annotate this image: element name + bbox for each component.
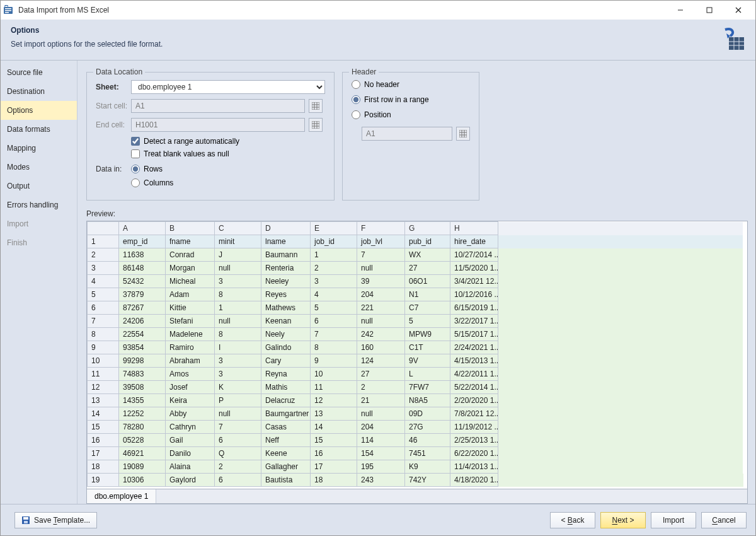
cell[interactable]: 09D xyxy=(405,407,450,421)
table-row[interactable]: 1819089Alaina2Gallagher17195K911/4/2013 … xyxy=(88,460,743,474)
cell[interactable]: 21 xyxy=(357,394,405,407)
row-number[interactable]: 19 xyxy=(88,474,119,487)
cell[interactable]: null xyxy=(215,407,261,421)
cell[interactable]: J xyxy=(215,248,261,262)
sheet-tab[interactable]: dbo.employee 1 xyxy=(87,489,156,503)
sidebar-item-destination[interactable]: Destination xyxy=(1,82,77,101)
table-row[interactable]: 537879Adam8Reyes4204N110/12/2016 ... xyxy=(88,288,743,301)
table-row[interactable]: 386148MorgannullRenteria2null2711/5/2020… xyxy=(88,262,743,275)
cell[interactable]: 7 xyxy=(311,328,357,341)
row-number[interactable]: 10 xyxy=(88,354,119,368)
cell[interactable]: Morgan xyxy=(166,262,215,275)
cell[interactable]: 114 xyxy=(357,434,405,447)
row-number[interactable]: 13 xyxy=(88,394,119,407)
cell[interactable]: Neeley xyxy=(261,275,311,288)
cell[interactable]: Abby xyxy=(166,407,215,421)
table-row[interactable]: 724206StefaninullKeenan6null53/22/2017 1… xyxy=(88,315,743,328)
no-header-radio[interactable] xyxy=(352,80,360,89)
cell[interactable]: 11 xyxy=(311,381,357,394)
cell[interactable]: 160 xyxy=(357,341,405,354)
cell[interactable]: 3 xyxy=(311,275,357,288)
col-header[interactable]: A xyxy=(119,222,166,235)
back-button[interactable]: < Back xyxy=(550,512,595,528)
cell[interactable]: Keenan xyxy=(261,315,311,328)
cell[interactable]: Galindo xyxy=(261,341,311,354)
cell[interactable]: 10/12/2016 ... xyxy=(450,288,498,301)
cell[interactable]: P xyxy=(215,394,261,407)
cell[interactable]: N1 xyxy=(405,288,450,301)
cell[interactable]: 4 xyxy=(311,288,357,301)
cell[interactable]: I xyxy=(215,341,261,354)
cell[interactable]: 6/15/2019 1... xyxy=(450,301,498,315)
cell[interactable]: Baumann xyxy=(261,248,311,262)
cell[interactable]: 78280 xyxy=(119,421,166,434)
cell[interactable]: WX xyxy=(405,248,450,262)
table-row[interactable]: 1emp_idfnameminitlnamejob_idjob_lvlpub_i… xyxy=(88,235,743,248)
row-number[interactable]: 18 xyxy=(88,460,119,474)
cell[interactable]: 74883 xyxy=(119,368,166,381)
cell[interactable]: 46 xyxy=(405,434,450,447)
cell[interactable]: emp_id xyxy=(119,235,166,248)
cell[interactable]: 7 xyxy=(357,248,405,262)
cell[interactable]: minit xyxy=(215,235,261,248)
cell[interactable]: 6 xyxy=(215,474,261,487)
cell[interactable]: 14 xyxy=(311,421,357,434)
cell[interactable]: Keira xyxy=(166,394,215,407)
position-radio[interactable] xyxy=(352,110,360,119)
sidebar-item-modes[interactable]: Modes xyxy=(1,158,77,177)
cell[interactable]: 15 xyxy=(311,434,357,447)
cell[interactable]: 195 xyxy=(357,460,405,474)
cell[interactable]: 10/27/2014 ... xyxy=(450,248,498,262)
cell[interactable]: pub_id xyxy=(405,235,450,248)
cell[interactable]: 37879 xyxy=(119,288,166,301)
table-row[interactable]: 993854RamiroIGalindo8160C1T2/24/2021 1..… xyxy=(88,341,743,354)
sidebar-item-output[interactable]: Output xyxy=(1,177,77,195)
cell[interactable]: 204 xyxy=(357,288,405,301)
cell[interactable]: Keene xyxy=(261,447,311,460)
cell[interactable]: 154 xyxy=(357,447,405,460)
table-row[interactable]: 1174883Amos3Reyna1027L4/22/2011 1... xyxy=(88,368,743,381)
cell[interactable]: Mathis xyxy=(261,381,311,394)
cell[interactable]: 22554 xyxy=(119,328,166,341)
cell[interactable]: 742Y xyxy=(405,474,450,487)
row-number[interactable]: 6 xyxy=(88,301,119,315)
cell[interactable]: fname xyxy=(166,235,215,248)
cell[interactable]: Adam xyxy=(166,288,215,301)
table-row[interactable]: 1578280Cathryn7Casas1420427G11/19/2012 .… xyxy=(88,421,743,434)
cell[interactable]: Alaina xyxy=(166,460,215,474)
cell[interactable]: Gallagher xyxy=(261,460,311,474)
cell[interactable]: 221 xyxy=(357,301,405,315)
cell[interactable]: Q xyxy=(215,447,261,460)
row-number[interactable]: 1 xyxy=(88,235,119,248)
cell[interactable]: L xyxy=(405,368,450,381)
cell[interactable]: 2 xyxy=(215,460,261,474)
cell[interactable]: 27 xyxy=(357,368,405,381)
cell[interactable]: Ramiro xyxy=(166,341,215,354)
table-row[interactable]: 1910306Gaylord6Bautista18243742Y4/18/202… xyxy=(88,474,743,487)
cell[interactable]: 2 xyxy=(311,262,357,275)
cancel-button[interactable]: Cancel xyxy=(701,512,747,528)
end-cell-pick-icon[interactable] xyxy=(309,118,323,132)
cell[interactable]: 3/4/2021 12... xyxy=(450,275,498,288)
cell[interactable]: 5 xyxy=(405,315,450,328)
cell[interactable]: K xyxy=(215,381,261,394)
cell[interactable]: Amos xyxy=(166,368,215,381)
data-in-rows-radio[interactable] xyxy=(131,165,140,173)
cell[interactable]: Madelene xyxy=(166,328,215,341)
cell[interactable]: Casas xyxy=(261,421,311,434)
cell[interactable]: null xyxy=(357,407,405,421)
row-number[interactable]: 4 xyxy=(88,275,119,288)
cell[interactable]: Stefani xyxy=(166,315,215,328)
cell[interactable]: Renteria xyxy=(261,262,311,275)
cell[interactable]: Micheal xyxy=(166,275,215,288)
sidebar-item-mapping[interactable]: Mapping xyxy=(1,139,77,158)
cell[interactable]: 5 xyxy=(311,301,357,315)
start-cell-pick-icon[interactable] xyxy=(309,99,323,113)
cell[interactable]: Josef xyxy=(166,381,215,394)
table-row[interactable]: 822554Madelene8Neely7242MPW95/15/2017 1.… xyxy=(88,328,743,341)
cell[interactable]: C7 xyxy=(405,301,450,315)
preview-grid[interactable]: A B C D E F G H 1emp_idfnamemin xyxy=(86,221,748,489)
cell[interactable]: 24206 xyxy=(119,315,166,328)
cell[interactable]: Danilo xyxy=(166,447,215,460)
table-row[interactable]: 1314355KeiraPDelacruz1221N8A52/20/2020 1… xyxy=(88,394,743,407)
